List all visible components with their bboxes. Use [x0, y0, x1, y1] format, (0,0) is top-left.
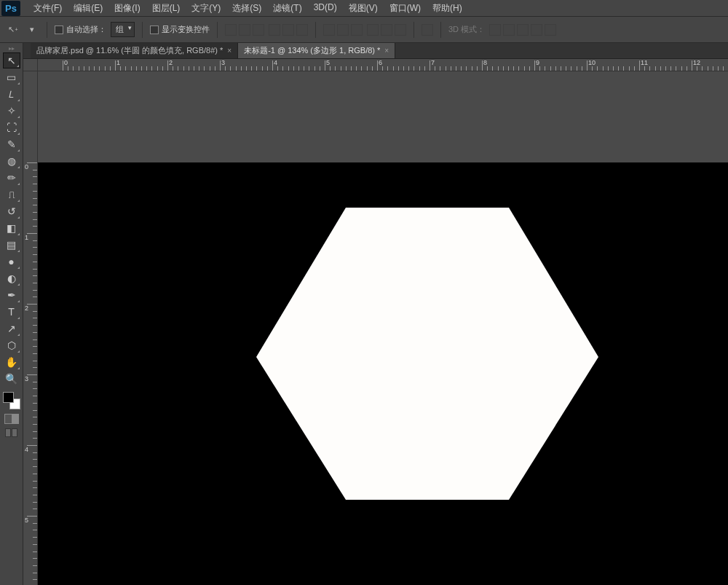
dodge-tool[interactable]: ◐ — [3, 270, 20, 286]
menu-item[interactable]: 文件(F) — [28, 0, 68, 17]
show-transform-checkbox[interactable]: 显示变换控件 — [150, 24, 210, 35]
stamp-tool[interactable]: ⎍ — [3, 187, 20, 203]
ruler-number: 11 — [641, 59, 648, 66]
ruler-number: 3 — [221, 59, 225, 66]
ruler-number: 2 — [25, 305, 28, 312]
separator — [217, 22, 218, 38]
lasso-tool[interactable]: 𝘓 — [3, 86, 20, 102]
dropdown-icon[interactable]: ▾ — [25, 23, 39, 37]
move-tool-indicator-icon: ↖+ — [6, 23, 20, 37]
ruler-number: 1 — [116, 59, 120, 66]
document-tab[interactable]: 未标题-1 @ 134% (多边形 1, RGB/8) *× — [238, 43, 395, 58]
close-icon[interactable]: × — [227, 47, 232, 55]
eyedropper-tool[interactable]: ✎ — [3, 136, 20, 152]
menu-item[interactable]: 图像(I) — [108, 0, 146, 17]
ruler-number: 0 — [25, 163, 28, 170]
wand-tool[interactable]: ✧ — [3, 103, 20, 119]
zoom-tool[interactable]: 🔍 — [3, 371, 20, 387]
screen-mode-button[interactable] — [5, 428, 17, 437]
ruler-number: 7 — [431, 59, 435, 66]
ruler-number: 8 — [483, 59, 487, 66]
menu-item[interactable]: 文字(Y) — [186, 0, 226, 17]
distribute-group-1 — [323, 24, 363, 36]
ruler-number: 5 — [326, 59, 330, 66]
work-area: 012345678910111213 012345678 — [23, 59, 728, 585]
document-tab[interactable]: 品牌家居.psd @ 11.6% (半圆 的颜色填充, RGB/8#) *× — [31, 43, 238, 58]
ruler-number: 5 — [25, 517, 28, 524]
hand-tool[interactable]: ✋ — [3, 354, 20, 370]
menubar: Ps 文件(F)编辑(E)图像(I)图层(L)文字(Y)选择(S)滤镜(T)3D… — [0, 0, 728, 17]
separator — [142, 22, 143, 38]
shape-tool[interactable]: ⬡ — [3, 337, 20, 353]
menu-item[interactable]: 选择(S) — [226, 0, 267, 17]
menu-item[interactable]: 窗口(W) — [384, 0, 427, 17]
document-tabs: 品牌家居.psd @ 11.6% (半圆 的颜色填充, RGB/8#) *×未标… — [0, 43, 728, 59]
menu-item[interactable]: 视图(V) — [343, 0, 384, 17]
ruler-number: 9 — [536, 59, 539, 66]
close-icon[interactable]: × — [384, 47, 389, 55]
document-tab-label: 品牌家居.psd @ 11.6% (半圆 的颜色填充, RGB/8#) * — [36, 45, 223, 56]
ruler-number: 10 — [588, 59, 596, 66]
auto-align-button — [422, 24, 433, 36]
heal-tool[interactable]: ◍ — [3, 153, 20, 169]
svg-marker-0 — [256, 208, 598, 500]
move-tool[interactable]: ↖ — [3, 52, 20, 68]
options-bar: ↖+ ▾ 自动选择： 组 显示变换控件 3D 模式： — [0, 17, 728, 43]
separator — [414, 22, 414, 38]
ruler-number: 2 — [169, 59, 173, 66]
brush-tool[interactable]: ✏ — [3, 170, 20, 186]
ruler-number: 6 — [379, 59, 382, 66]
distribute-group-2 — [367, 24, 406, 36]
ruler-number: 1 — [25, 234, 28, 241]
separator — [440, 22, 441, 38]
canvas[interactable] — [38, 162, 728, 585]
pen-tool[interactable]: ✒ — [3, 287, 20, 303]
align-group-1 — [225, 24, 264, 36]
type-tool[interactable]: T — [3, 304, 20, 320]
ruler-number: 4 — [274, 59, 277, 66]
menu-item[interactable]: 滤镜(T) — [267, 0, 307, 17]
align-group-2 — [269, 24, 308, 36]
foreground-color-swatch[interactable] — [3, 392, 14, 403]
mode-3d-group — [489, 24, 556, 36]
separator — [315, 22, 316, 38]
quick-mask-toggle[interactable] — [4, 414, 19, 424]
crop-tool[interactable]: ⛶ — [3, 119, 20, 136]
ruler-number: 4 — [25, 446, 28, 453]
ruler-origin[interactable] — [23, 59, 38, 71]
menu-item[interactable]: 编辑(E) — [68, 0, 108, 17]
menu-item[interactable]: 3D(D) — [308, 0, 343, 17]
path-select-tool[interactable]: ↗ — [3, 321, 20, 337]
vertical-ruler[interactable]: 012345678 — [23, 71, 38, 585]
history-brush-tool[interactable]: ↺ — [3, 203, 20, 219]
mode-3d-label: 3D 模式： — [448, 24, 485, 35]
eraser-tool[interactable]: ◧ — [3, 220, 20, 236]
gradient-tool[interactable]: ▤ — [3, 237, 20, 253]
separator — [47, 22, 47, 38]
horizontal-ruler[interactable]: 012345678910111213 — [38, 59, 728, 71]
auto-select-dropdown[interactable]: 组 — [111, 22, 135, 37]
menu-item[interactable]: 帮助(H) — [427, 0, 468, 17]
color-swatches[interactable] — [3, 392, 20, 409]
auto-select-checkbox[interactable]: 自动选择： — [55, 24, 106, 35]
marquee-tool[interactable]: ▭ — [3, 69, 20, 85]
menu-item[interactable]: 图层(L) — [146, 0, 186, 17]
blur-tool[interactable]: ● — [3, 254, 20, 270]
canvas-viewport[interactable] — [38, 71, 728, 585]
hexagon-shape[interactable] — [256, 208, 598, 506]
ruler-number: 3 — [25, 375, 28, 382]
tool-palette: ▸▸ ↖▭𝘓✧⛶✎◍✏⎍↺◧▤●◐✒T↗⬡✋🔍 — [0, 43, 23, 585]
palette-grip-icon[interactable]: ▸▸ — [3, 45, 20, 51]
document-tab-label: 未标题-1 @ 134% (多边形 1, RGB/8) * — [244, 45, 380, 56]
ruler-number: 0 — [64, 59, 68, 66]
ruler-number: 12 — [693, 59, 700, 66]
app-logo: Ps — [1, 1, 20, 16]
